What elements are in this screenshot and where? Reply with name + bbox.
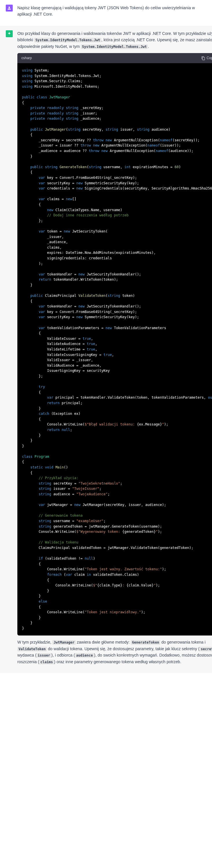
inline-code: System.IdentityModel.Tokens.Jwt	[34, 38, 101, 42]
code-block: csharp Copy code using System; using Sys…	[17, 53, 212, 636]
intro-paragraph: Oto przykład klasy do generowania i wali…	[17, 30, 212, 50]
inline-code: System.IdentityModel.Tokens.Jwt	[81, 44, 148, 49]
sparkle-icon	[7, 31, 11, 36]
outro-paragraph: W tym przykładzie, JwtManager zawiera dw…	[17, 639, 212, 665]
inline-code: ValidateToken	[17, 647, 47, 651]
inline-code: JwtManager	[52, 640, 76, 645]
assistant-message: Oto przykład klasy do generowania i wali…	[0, 26, 212, 673]
inline-code: issuer	[36, 653, 51, 658]
assistant-body: Oto przykład klasy do generowania i wali…	[17, 30, 212, 669]
inline-code: claims	[39, 660, 54, 664]
copy-code-button[interactable]: Copy code	[201, 55, 212, 61]
inline-code: audience	[75, 653, 94, 658]
inline-code: secretKey	[200, 647, 212, 651]
assistant-avatar	[6, 30, 13, 37]
code-header: csharp Copy code	[17, 53, 212, 63]
code-content: using System; using System.IdentityModel…	[17, 63, 212, 636]
person-icon	[7, 6, 11, 10]
clipboard-icon	[201, 56, 205, 60]
user-message: Napisz klasę generującą i walidującą tok…	[0, 0, 212, 26]
inline-code: GenerateToken	[131, 640, 160, 645]
user-text: Napisz klasę generującą i walidującą tok…	[17, 5, 206, 21]
code-lang-label: csharp	[21, 55, 32, 61]
code-scroll[interactable]: using System; using System.IdentityModel…	[17, 63, 212, 636]
user-avatar	[6, 5, 13, 11]
